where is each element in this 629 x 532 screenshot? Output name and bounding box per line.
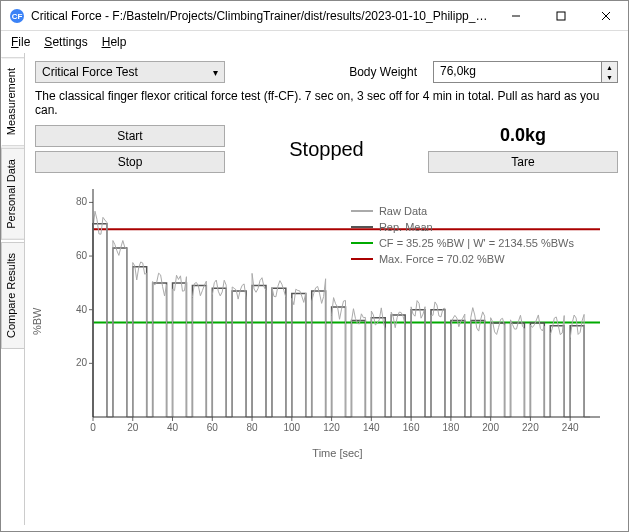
bodyweight-value: 76,0kg	[434, 62, 601, 82]
svg-text:40: 40	[167, 422, 179, 433]
svg-text:80: 80	[246, 422, 258, 433]
force-readout: 0.0kg	[428, 125, 618, 146]
tab-measurement[interactable]: Measurement	[1, 57, 24, 146]
test-description: The classical finger flexor critical for…	[35, 89, 618, 117]
app-icon: CF	[9, 8, 25, 24]
svg-text:40: 40	[76, 304, 88, 315]
stop-button[interactable]: Stop	[35, 151, 225, 173]
close-button[interactable]	[583, 1, 628, 30]
chart-area: %BW 020406080100120140160180200220240204…	[65, 181, 610, 517]
menu-settings[interactable]: Settings	[44, 35, 87, 49]
menu-file[interactable]: File	[11, 35, 30, 49]
window-title: Critical Force - F:/Basteln/Projects/Cli…	[31, 9, 493, 23]
legend-raw: Raw Data	[379, 205, 427, 217]
svg-text:200: 200	[482, 422, 499, 433]
svg-text:140: 140	[363, 422, 380, 433]
legend-rep: Rep. Mean	[379, 221, 433, 233]
svg-text:60: 60	[207, 422, 219, 433]
x-axis-label: Time [sec]	[65, 447, 610, 459]
tab-personal-data[interactable]: Personal Data	[1, 148, 24, 240]
svg-text:240: 240	[562, 422, 579, 433]
bodyweight-label: Body Weight	[349, 65, 417, 79]
svg-text:180: 180	[443, 422, 460, 433]
svg-text:220: 220	[522, 422, 539, 433]
svg-text:120: 120	[323, 422, 340, 433]
legend-max: Max. Force = 70.02 %BW	[379, 253, 505, 265]
spin-down-icon[interactable]: ▼	[602, 72, 617, 82]
y-axis-label: %BW	[31, 308, 43, 336]
test-select[interactable]: Critical Force Test ▾	[35, 61, 225, 83]
menubar: File Settings Help	[1, 31, 628, 53]
chevron-down-icon: ▾	[213, 67, 218, 78]
svg-text:0: 0	[90, 422, 96, 433]
status-text: Stopped	[233, 125, 420, 173]
svg-text:100: 100	[283, 422, 300, 433]
minimize-button[interactable]	[493, 1, 538, 30]
tare-button[interactable]: Tare	[428, 151, 618, 173]
test-select-value: Critical Force Test	[42, 65, 138, 79]
tab-compare-results[interactable]: Compare Results	[1, 242, 24, 349]
svg-rect-3	[557, 12, 565, 20]
svg-text:20: 20	[127, 422, 139, 433]
svg-text:60: 60	[76, 250, 88, 261]
bodyweight-input[interactable]: 76,0kg ▲ ▼	[433, 61, 618, 83]
legend-cf: CF = 35.25 %BW | W' = 2134.55 %BWs	[379, 237, 574, 249]
side-tabs: Measurement Personal Data Compare Result…	[1, 53, 25, 525]
spin-up-icon[interactable]: ▲	[602, 62, 617, 72]
start-button[interactable]: Start	[35, 125, 225, 147]
svg-text:160: 160	[403, 422, 420, 433]
menu-help[interactable]: Help	[102, 35, 127, 49]
svg-text:CF: CF	[12, 12, 23, 21]
svg-text:20: 20	[76, 357, 88, 368]
svg-text:80: 80	[76, 196, 88, 207]
chart-legend: Raw Data Rep. Mean CF = 35.25 %BW | W' =…	[351, 205, 574, 269]
titlebar: CF Critical Force - F:/Basteln/Projects/…	[1, 1, 628, 31]
maximize-button[interactable]	[538, 1, 583, 30]
